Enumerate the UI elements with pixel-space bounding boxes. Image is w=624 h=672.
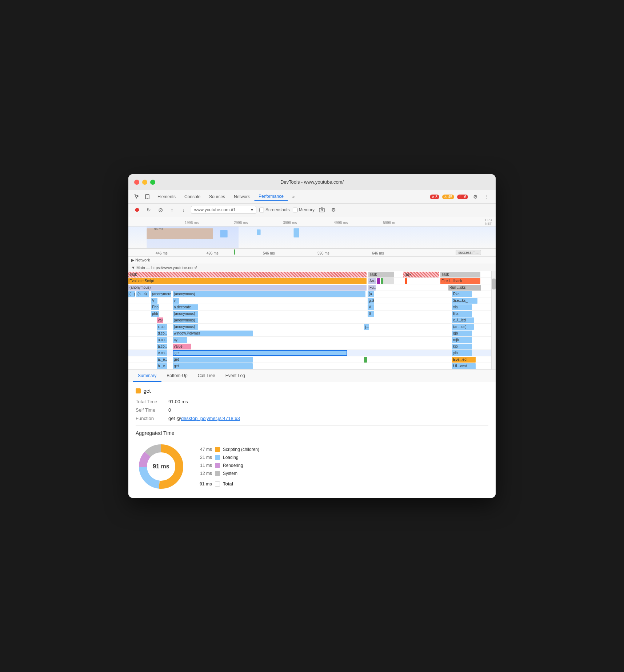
minimize-button[interactable] <box>142 180 147 185</box>
flame-chart[interactable]: Task Task Task Task Eval <box>128 271 496 369</box>
function-row: Function get @ desktop_polymer.js:4718:6… <box>136 416 488 421</box>
flame-row-anon1: (anonymous) Fu...ll Run ...sks <box>128 284 496 291</box>
flame-row-funcs5: value (anonymous) e.J...led <box>128 317 496 324</box>
legend-row-loading: 21 ms Loading <box>197 455 259 460</box>
svg-point-3 <box>321 209 323 211</box>
legend-name-total: Total <box>223 481 233 487</box>
flame-row-funcs9: a.co...ack value kjb <box>128 343 496 350</box>
legend-table: 47 ms Scripting (children) 21 ms Loading… <box>197 447 259 487</box>
cpu-label: CPU <box>485 218 492 222</box>
legend-name-scripting: Scripting (children) <box>223 447 259 452</box>
total-time-value: 91.00 ms <box>168 399 188 404</box>
url-text: www.youtube.com #1 <box>194 207 236 212</box>
self-time-value: 0 <box>168 407 171 413</box>
settings-icon[interactable]: ⚙ <box>471 192 480 201</box>
legend-row-scripting: 47 ms Scripting (children) <box>197 447 259 452</box>
timeline-mini[interactable]: 96 ms <box>128 227 496 248</box>
close-button[interactable] <box>134 180 139 185</box>
titlebar: DevTools - www.youtube.com/ <box>128 174 496 190</box>
tab-console[interactable]: Console <box>180 193 205 201</box>
legend-ms-system: 12 ms <box>197 471 212 476</box>
agg-title: Aggregated Time <box>136 430 488 436</box>
function-prefix: get @ <box>168 416 181 421</box>
ruler-mark-5: 5996 m <box>383 221 395 225</box>
tab-list: Elements Console Sources Network Perform… <box>153 192 428 201</box>
legend-color-rendering <box>215 463 220 468</box>
main-label: ▼ Main — https://www.youtube.com/ <box>131 265 197 270</box>
device-icon[interactable] <box>143 192 152 201</box>
net-label: NET <box>485 222 492 225</box>
flame-scrollbar[interactable] <box>491 271 496 369</box>
flame-row-task: Task Task Task Task <box>128 271 496 278</box>
scrollbar-thumb[interactable] <box>492 279 496 289</box>
func-color-indicator <box>136 388 141 393</box>
tab-more[interactable]: » <box>288 193 299 201</box>
function-label: Function <box>136 416 168 421</box>
flame-row-eval: Evaluate Script An...d Fire I...llback <box>128 278 496 284</box>
legend-ms-scripting: 47 ms <box>197 447 212 452</box>
agg-content: 91 ms 47 ms Scripting (children) 21 ms L… <box>136 441 488 492</box>
total-time-label: Total Time <box>136 399 168 404</box>
more-icon[interactable]: ⋮ <box>483 192 491 201</box>
btab-call-tree[interactable]: Call Tree <box>193 370 220 382</box>
flame-mark-596: 596 ms <box>317 251 329 255</box>
flame-mark-496: 496 ms <box>207 251 219 255</box>
network-section-row: ▶ Network success.m... <box>128 257 496 264</box>
memory-label[interactable]: Memory <box>293 207 315 212</box>
flame-chart-section: 446 ms 496 ms 546 ms 596 ms 646 ms ▶ Net… <box>128 249 496 369</box>
ruler-mark-1: 1996 ms <box>185 221 199 225</box>
legend-ms-total: 91 ms <box>197 481 212 487</box>
legend-color-total <box>215 481 220 487</box>
btab-summary[interactable]: Summary <box>133 370 161 382</box>
download-icon[interactable]: ↓ <box>179 205 188 214</box>
tab-network[interactable]: Network <box>229 193 254 201</box>
legend-ms-rendering: 11 ms <box>197 463 212 468</box>
flame-ruler: 446 ms 496 ms 546 ms 596 ms 646 ms <box>128 249 496 257</box>
svg-rect-6 <box>257 229 261 235</box>
maximize-button[interactable] <box>150 180 155 185</box>
self-time-label: Self Time <box>136 407 168 413</box>
settings-perf-icon[interactable]: ⚙ <box>329 205 338 214</box>
inspect-icon[interactable] <box>133 192 141 201</box>
flame-row-get-selected[interactable]: e.co...ack get yib <box>128 350 496 356</box>
upload-icon[interactable]: ↑ <box>168 205 176 214</box>
toolbar-icons: ✕8 ⚠ 45 🚫 6 ⚙ ⋮ <box>430 192 491 201</box>
clear-icon[interactable]: ⊘ <box>156 205 165 214</box>
cpu-net-labels: CPU NET <box>485 218 492 225</box>
window-title: DevTools - www.youtube.com/ <box>280 179 344 185</box>
legend-name-loading: Loading <box>223 455 239 460</box>
record-icon[interactable]: ⏺ <box>133 205 141 214</box>
flame-row-funcs2: V v g.S $i.e...ks_ <box>128 297 496 304</box>
network-label: ▶ Network <box>131 258 150 263</box>
total-time-row: Total Time 91.00 ms <box>136 399 488 404</box>
legend-row-total: 91 ms Total <box>197 479 259 487</box>
tab-sources[interactable]: Sources <box>205 193 229 201</box>
legend-color-system <box>215 471 220 476</box>
summary-content: get Total Time 91.00 ms Self Time 0 Func… <box>128 382 496 498</box>
timeline-area: 1996 ms 2996 ms 3996 ms 4996 ms 5996 m C… <box>128 216 496 249</box>
svg-point-1 <box>147 198 148 199</box>
screenshots-checkbox[interactable] <box>259 208 264 212</box>
btab-event-log[interactable]: Event Log <box>220 370 250 382</box>
error-badge: ✕8 <box>430 195 439 199</box>
legend-color-scripting <box>215 447 220 452</box>
tab-elements[interactable]: Elements <box>153 193 180 201</box>
legend-name-rendering: Rendering <box>223 463 243 468</box>
legend-row-system: 12 ms System <box>197 471 259 476</box>
capture-icon[interactable] <box>317 205 326 214</box>
tab-performance[interactable]: Performance <box>254 192 288 201</box>
legend-row-rendering: 11 ms Rendering <box>197 463 259 468</box>
flame-mark-446: 446 ms <box>156 251 168 255</box>
refresh-icon[interactable]: ↻ <box>144 205 153 214</box>
memory-checkbox[interactable] <box>293 208 297 212</box>
flame-row-funcs11: b._e...ties get f.fi...vent <box>128 363 496 369</box>
ruler-mark-3: 3996 ms <box>283 221 297 225</box>
flame-row-funcs8: a.co...ack cy mjb <box>128 337 496 343</box>
donut-center-text: 91 ms <box>153 463 169 470</box>
btab-bottom-up[interactable]: Bottom-Up <box>161 370 192 382</box>
screenshots-label[interactable]: Screenshots <box>259 207 290 212</box>
flame-row-funcs6: x.co...ack (anonymous) j... (an...us) <box>128 324 496 330</box>
flame-mark-546: 546 ms <box>263 251 275 255</box>
function-link[interactable]: desktop_polymer.js:4718:63 <box>181 416 240 421</box>
divider <box>136 425 488 426</box>
